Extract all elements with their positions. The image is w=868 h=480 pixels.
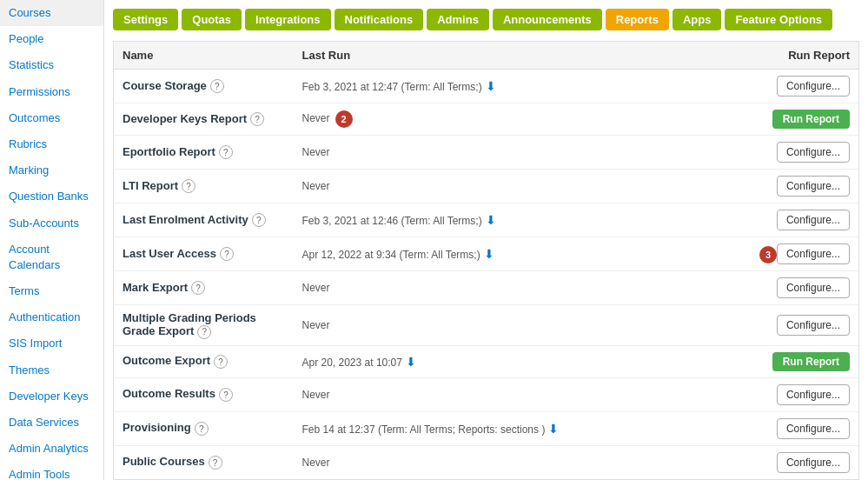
configure-button[interactable]: Configure... [777,176,850,197]
report-name: Last User Access? [114,237,293,271]
help-icon[interactable]: ? [182,179,195,193]
sidebar-item-rubrics[interactable]: Rubrics [0,131,103,157]
tab-bar: SettingsQuotasIntegrationsNotificationsA… [113,9,859,30]
tab-quotas[interactable]: Quotas [182,9,242,30]
download-icon[interactable]: ⬇ [548,422,559,436]
table-row: Last Enrolment Activity?Feb 3, 2021 at 1… [114,203,858,237]
report-name: Last Enrolment Activity? [114,203,293,237]
report-name-text: Developer Keys Report [123,112,247,125]
tab-admins[interactable]: Admins [427,9,489,30]
last-run-cell: Feb 14 at 12:37 (Term: All Terms; Report… [293,411,745,445]
action-cell: Configure... [745,70,858,103]
sidebar-item-themes[interactable]: Themes [0,357,103,383]
tab-settings[interactable]: Settings [113,9,178,30]
help-icon[interactable]: ? [252,213,266,227]
last-run-cell: Feb 3, 2021 at 12:46 (Term: All Terms;)⬇ [293,203,745,237]
configure-button[interactable]: Configure... [777,243,850,264]
sidebar-item-question-banks[interactable]: Question Banks [0,183,103,210]
last-run-cell: Apr 12, 2022 at 9:34 (Term: All Terms;)⬇ [293,237,745,271]
configure-button[interactable]: Configure... [777,418,850,439]
last-run-cell: Never [293,170,745,203]
download-icon[interactable]: ⬇ [486,213,496,227]
table-row: Course Storage?Feb 3, 2021 at 12:47 (Ter… [114,70,858,103]
tab-feature-options[interactable]: Feature Options [725,9,832,30]
report-name-text: Mark Export [123,281,188,294]
last-run-cell: Never [293,377,745,411]
configure-button[interactable]: Configure... [777,277,850,298]
sidebar-item-sub-accounts[interactable]: Sub-Accounts [0,210,103,237]
sidebar-item-account-calendars[interactable]: Account Calendars [0,237,103,278]
action-cell: Run Report [745,345,858,377]
sidebar-item-courses[interactable]: Courses [0,0,103,26]
report-name-text: Public Courses [123,455,205,468]
tab-announcements[interactable]: Announcements [493,9,602,30]
download-icon[interactable]: ⬇ [486,79,496,93]
help-icon[interactable]: ? [197,325,211,339]
annotation-badge-3: 3 [759,246,777,263]
run-report-button[interactable]: Run Report [772,110,850,129]
last-run-cell: Feb 3, 2021 at 12:47 (Term: All Terms;)⬇ [293,70,745,103]
report-name: Course Storage? [114,70,293,103]
sidebar-item-admin-tools[interactable]: Admin Tools [0,462,103,480]
tab-notifications[interactable]: Notifications [335,9,424,30]
report-name: LTI Report? [114,170,293,203]
help-icon[interactable]: ? [214,355,228,369]
sidebar-item-authentication[interactable]: Authentication [0,304,103,330]
sidebar-item-permissions[interactable]: Permissions [0,79,103,105]
sidebar-item-terms[interactable]: Terms [0,278,103,304]
table-row: Outcome Results?NeverConfigure... [114,377,858,411]
table-row: Provisioning?Feb 14 at 12:37 (Term: All … [114,411,858,445]
report-name-text: Last Enrolment Activity [123,213,248,226]
last-run-cell: Never [293,305,745,346]
sidebar-item-marking[interactable]: Marking [0,157,103,183]
col-run-report: Run Report [745,42,858,70]
tab-integrations[interactable]: Integrations [245,9,330,30]
sidebar-item-statistics[interactable]: Statistics [0,52,103,78]
report-name: Provisioning? [114,411,293,445]
configure-button[interactable]: Configure... [777,210,850,230]
last-run-cell: Never2 [293,103,745,136]
configure-button[interactable]: Configure... [777,384,850,405]
help-icon[interactable]: ? [220,247,234,261]
action-cell: Configure... [745,305,858,346]
download-icon[interactable]: ⬇ [406,355,416,369]
action-cell: Configure... [745,445,858,479]
table-row: LTI Report?NeverConfigure... [114,170,858,203]
run-report-button[interactable]: Run Report [772,352,850,371]
sidebar-item-data-services[interactable]: Data Services [0,410,103,436]
sidebar-item-admin-analytics[interactable]: Admin Analytics [0,436,103,462]
report-name: Public Courses? [114,445,293,479]
report-name: Multiple Grading Periods Grade Export? [114,305,293,346]
last-run-cell: Never [293,136,745,170]
table-row: Multiple Grading Periods Grade Export?Ne… [114,305,858,346]
action-cell: Configure... [745,411,858,445]
table-row: Outcome Export?Apr 20, 2023 at 10:07⬇Run… [114,345,858,377]
configure-button[interactable]: Configure... [777,142,850,163]
help-icon[interactable]: ? [191,281,205,295]
table-row: Eportfolio Report?NeverConfigure... [114,136,858,170]
configure-button[interactable]: Configure... [777,76,850,97]
action-cell: 3Configure... [745,237,858,271]
download-icon[interactable]: ⬇ [484,247,494,261]
tab-reports[interactable]: Reports [606,9,669,30]
help-icon[interactable]: ? [209,456,222,470]
sidebar-item-developer-keys[interactable]: Developer Keys [0,383,103,410]
sidebar-item-people[interactable]: People [0,26,103,52]
annotation-badge-2: 2 [335,110,353,128]
main-content: SettingsQuotasIntegrationsNotificationsA… [104,0,868,480]
configure-button[interactable]: Configure... [777,315,850,336]
help-icon[interactable]: ? [219,145,233,159]
help-icon[interactable]: ? [250,112,264,126]
report-name-text: Eportfolio Report [123,145,215,158]
report-name-text: Course Storage [123,79,207,92]
tab-apps[interactable]: Apps [673,9,722,30]
sidebar-item-outcomes[interactable]: Outcomes [0,105,103,131]
report-name-text: Multiple Grading Periods Grade Export [123,311,256,337]
help-icon[interactable]: ? [195,422,209,436]
help-icon[interactable]: ? [219,388,233,402]
table-row: Public Courses?NeverConfigure... [114,445,858,479]
sidebar-item-sis-import[interactable]: SIS Import [0,330,103,357]
reports-table: Name Last Run Run Report Course Storage?… [114,42,858,480]
configure-button[interactable]: Configure... [777,452,850,473]
help-icon[interactable]: ? [210,79,224,93]
